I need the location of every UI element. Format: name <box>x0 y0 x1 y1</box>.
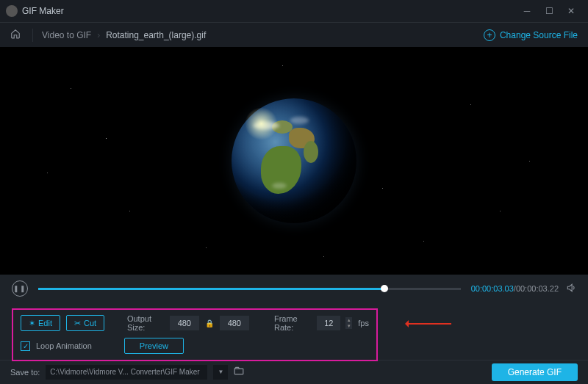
frame-rate-stepper[interactable]: ▲ ▼ <box>345 317 352 329</box>
options-panel: ✶ Edit ✂ Cut Output Size: 🔒 Frame Rate: … <box>0 303 588 360</box>
breadcrumb-bar: Video to GIF › Rotating_earth_(large).gi… <box>0 22 588 47</box>
maximize-button[interactable]: ☐ <box>538 0 560 22</box>
total-time: /00:00:03.22 <box>514 284 559 293</box>
plus-circle-icon: + <box>484 29 495 41</box>
generate-gif-label: Generate GIF <box>508 367 562 377</box>
seek-fill <box>38 288 384 290</box>
change-source-label: Change Source File <box>500 30 578 40</box>
app-logo-icon <box>6 5 18 17</box>
loop-animation-checkbox[interactable]: ✓ <box>21 341 30 351</box>
edit-label: Edit <box>38 319 52 327</box>
app-title: GIF Maker <box>22 6 516 16</box>
svg-rect-0 <box>235 369 244 374</box>
seek-thumb[interactable] <box>381 285 388 292</box>
chevron-right-icon: › <box>97 30 100 40</box>
current-time: 00:00:03.03 <box>471 284 514 293</box>
annotation-arrow <box>407 323 451 325</box>
preview-content <box>232 98 356 223</box>
volume-icon[interactable] <box>566 283 576 295</box>
scissors-icon: ✂ <box>74 319 81 328</box>
change-source-button[interactable]: + Change Source File <box>484 29 578 41</box>
output-width-input[interactable] <box>170 316 199 330</box>
preview-button[interactable]: Preview <box>124 338 184 354</box>
fps-label: fps <box>358 319 369 327</box>
minimize-button[interactable]: ─ <box>516 0 538 22</box>
browse-folder-icon[interactable] <box>234 366 244 377</box>
loop-animation-label: Loop Animation <box>36 341 92 350</box>
breadcrumb-filename: Rotating_earth_(large).gif <box>101 30 210 40</box>
output-size-label: Output Size: <box>127 314 164 332</box>
output-height-input[interactable] <box>220 316 249 330</box>
save-to-label: Save to: <box>10 368 40 377</box>
preview-area <box>0 47 588 275</box>
chevron-up-icon[interactable]: ▲ <box>345 317 352 323</box>
chevron-down-icon[interactable]: ▼ <box>345 323 352 329</box>
playback-bar: ❚❚ 00:00:03.03 /00:00:03.22 <box>0 275 588 303</box>
pause-button[interactable]: ❚❚ <box>12 280 28 297</box>
titlebar: GIF Maker ─ ☐ ✕ <box>0 0 588 22</box>
breadcrumb-video-to-gif[interactable]: Video to GIF <box>37 30 96 40</box>
save-path-dropdown[interactable]: ▼ <box>213 365 228 380</box>
cut-button[interactable]: ✂ Cut <box>66 315 104 331</box>
options-highlight-box: ✶ Edit ✂ Cut Output Size: 🔒 Frame Rate: … <box>12 308 378 361</box>
lock-icon[interactable]: 🔒 <box>205 319 214 327</box>
seek-slider[interactable] <box>38 288 461 290</box>
wand-icon: ✶ <box>29 319 35 328</box>
close-button[interactable]: ✕ <box>560 0 582 22</box>
divider <box>32 29 33 42</box>
save-bar: Save to: C:\Vidmore\Vidmore V... Convert… <box>0 360 588 383</box>
generate-gif-button[interactable]: Generate GIF <box>492 363 578 381</box>
frame-rate-input[interactable] <box>317 316 340 330</box>
cut-label: Cut <box>84 319 96 327</box>
frame-rate-label: Frame Rate: <box>274 314 311 332</box>
home-icon[interactable] <box>10 29 21 41</box>
preview-label: Preview <box>140 341 168 350</box>
save-path-field[interactable]: C:\Vidmore\Vidmore V... Converter\GIF Ma… <box>46 365 207 380</box>
edit-button[interactable]: ✶ Edit <box>21 315 60 331</box>
